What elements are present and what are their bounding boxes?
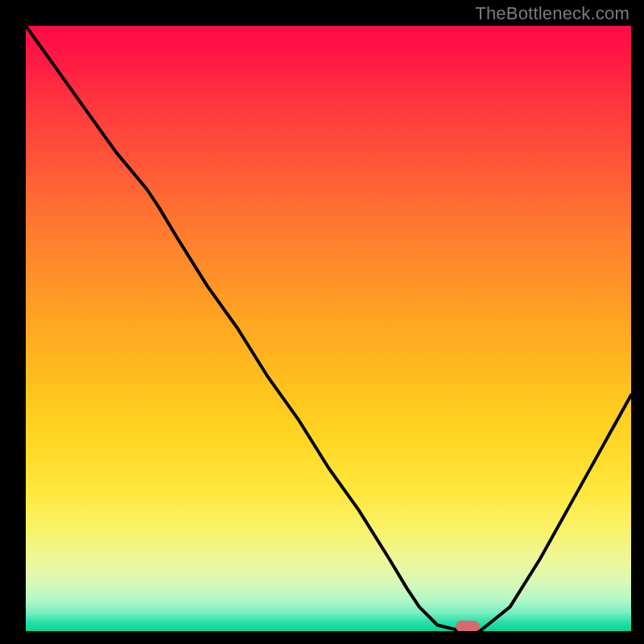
plot-area (26, 26, 631, 631)
watermark-text: TheBottleneck.com (475, 3, 630, 24)
chart-overlay (26, 26, 631, 631)
bottleneck-curve (26, 26, 631, 631)
optimal-marker (456, 621, 480, 631)
chart-container: TheBottleneck.com (0, 0, 644, 644)
